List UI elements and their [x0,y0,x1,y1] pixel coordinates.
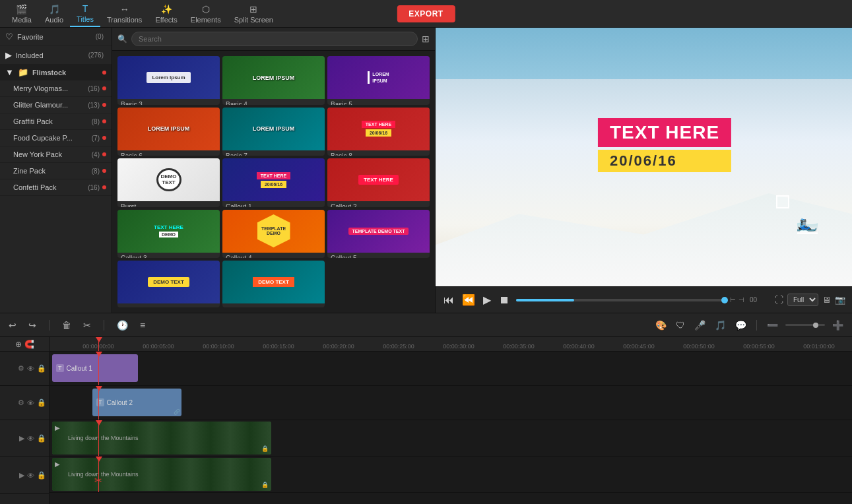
track4-lock-icon[interactable]: 🔒 [37,471,46,480]
zoom-out-button[interactable]: ➖ [765,318,780,332]
time-mark-9: 00:00:45:00 [623,343,655,350]
title-card-callout3[interactable]: TEXT HERE DEMO Callout 3 [117,210,220,259]
zoom-slider[interactable] [785,324,825,326]
track4-play-icon[interactable]: ▶ [19,471,24,480]
stop-button[interactable]: ⏹ [498,293,511,307]
nav-effects[interactable]: ✨ Effects [148,1,183,26]
track3-lock-icon[interactable]: 🔒 [37,434,46,443]
callout1-clip[interactable]: T Callout 1 [52,354,138,382]
skip-back-button[interactable]: ⏮ [442,293,455,307]
title-card-more1[interactable]: DEMO TEXT [117,261,220,307]
nav-split-screen[interactable]: ⊞ Split Screen [228,1,280,26]
nav-transitions[interactable]: ↔ Transitions [100,1,148,26]
search-input[interactable] [131,32,418,46]
sidebar-item-favorite[interactable]: ♡ Favorite (0) [0,28,112,46]
adjust-button[interactable]: ≡ [138,318,147,332]
step-back-button[interactable]: ⏪ [461,292,476,307]
sidebar-item-new-york-pack[interactable]: New York Pack (4) [0,146,112,163]
subtitle-button[interactable]: 💬 [733,318,748,332]
history-button[interactable]: 🕐 [115,318,130,332]
redo-button[interactable]: ↪ [26,318,38,332]
video-clip-2[interactable]: ▶ Living down the Mountains 🔒 [52,458,271,491]
title-card-callout4[interactable]: TEMPLATEDEMO Callout 4 [222,210,325,259]
clip-text-icon: T [56,364,64,372]
color-grade-button[interactable]: 🎨 [653,318,669,332]
grid-view-button[interactable]: ⊞ [422,34,430,44]
add-track-button[interactable]: ⊕ [15,340,22,349]
playback-slider[interactable] [516,299,725,301]
thumb-basic7: LOREM IPSUM [222,108,325,150]
monitor-button[interactable]: 🖥 [822,295,831,305]
title-card-basic5[interactable]: LOREMIPSUM Basic 5 [327,56,430,105]
callout2-clip[interactable]: T Callout 2 🔗 [92,389,181,416]
sidebar-item-zine-pack[interactable]: Zine Pack (8) [0,163,112,179]
title-card-basic6[interactable]: LOREM IPSUM Basic 6 [117,108,220,156]
mic-button[interactable]: 🎤 [692,318,707,332]
track1-eye-icon[interactable]: 👁 [27,365,34,373]
audio-icon: 🎵 [49,4,60,15]
nav-audio[interactable]: 🎵 Audio [38,1,70,26]
track-label-video2: ▶ 👁 🔒 [0,457,49,494]
thumb-callout4: TEMPLATEDEMO [222,210,325,253]
text-track-content-1: T Callout 1 [49,352,852,385]
thumb-more2: DEMO TEXT [222,261,325,303]
undo-button[interactable]: ↩ [7,318,18,332]
title-card-burst[interactable]: DEMOTEXT Burst [117,158,220,207]
track3-eye-icon[interactable]: 👁 [27,435,34,443]
toolbar-separator-2 [104,320,104,331]
time-mark-5: 00:00:25:00 [383,343,414,350]
title-card-callout2[interactable]: TEXT HERE Callout 2 [327,158,430,207]
title-card-callout5[interactable]: TEMPLATE DEMO TEXT Callout 5 [327,210,430,259]
title-card-more2[interactable]: DEMO TEXT [222,261,325,307]
favorite-icon: ♡ [5,32,13,42]
nav-elements[interactable]: ⬡ Elements [184,1,228,26]
track2-lock-icon[interactable]: 🔒 [37,398,46,407]
new-york-pack-dot [102,152,106,156]
video-clip-1[interactable]: ▶ Living down the Mountains 🔒 [52,422,271,455]
track1-settings-icon[interactable]: ⚙ [18,364,24,373]
title-card-basic8[interactable]: TEXT HERE 20/06/16 Basic 8 [327,108,430,156]
clip-label-2: Callout 2 [107,399,133,406]
sidebar-item-graffiti-pack[interactable]: Graffiti Pack (8) [0,113,112,130]
title-card-basic3[interactable]: Lorem Ipsum Basic 3 [117,56,220,105]
sidebar-item-flimstock[interactable]: ▼ 📁 Flimstock [0,65,112,80]
audio-button[interactable]: 🎵 [713,318,728,332]
time-ruler: 00:00:00:00 00:00:05:00 00:00:10:00 00:0… [49,337,852,352]
sidebar-item-merry-vlogmas[interactable]: Merry Vlogmas... (16) [0,80,112,97]
title-card-basic4[interactable]: LOREM IPSUM Basic 4 [222,56,325,105]
timeline-content: ⊕ 🧲 ⚙ 👁 🔒 ⚙ 👁 🔒 ▶ 👁 🔒 ▶ 👁 [0,337,852,504]
resize-handle[interactable] [776,195,789,208]
thumb-basic8: TEXT HERE 20/06/16 [327,108,430,150]
fullscreen-button[interactable]: ⛶ [775,295,783,305]
quality-select[interactable]: Full 1/2 1/4 [787,294,818,306]
graffiti-pack-dot [102,119,106,123]
track3-play-icon[interactable]: ▶ [19,434,24,443]
text-track-content-2: T Callout 2 🔗 [49,386,852,420]
track4-eye-icon[interactable]: 👁 [27,472,34,480]
export-button[interactable]: EXPORT [397,5,455,22]
play-button[interactable]: ▶ [482,292,492,307]
nav-titles[interactable]: T Titles [70,1,100,27]
nav-media[interactable]: 🎬 Media [5,1,38,26]
sidebar-item-confetti-pack[interactable]: Confetti Pack (16) [0,179,112,196]
video-lock-icon-1: 🔒 [261,445,269,452]
top-nav: 🎬 Media 🎵 Audio T Titles ↔ Transitions ✨… [0,0,852,28]
sidebar-item-food-cupcake[interactable]: Food Cupcake P... (7) [0,130,112,146]
preview-icons: ⛶ Full 1/2 1/4 🖥 📷 [775,294,845,306]
title-card-callout1[interactable]: TEXT HERE 20/06/16 Callout 1 [222,158,325,207]
track2-eye-icon[interactable]: 👁 [27,399,34,407]
sidebar-item-glitter-glamour[interactable]: Glitter Glamour... (13) [0,97,112,113]
thumb-more1: DEMO TEXT [117,261,220,303]
delete-button[interactable]: 🗑 [60,318,73,332]
time-display: 00 [750,296,770,303]
zoom-in-button[interactable]: ➕ [830,318,845,332]
cut-button[interactable]: ✂ [81,318,93,332]
track2-settings-icon[interactable]: ⚙ [18,398,24,407]
title-card-basic7[interactable]: LOREM IPSUM Basic 7 [222,108,325,156]
sidebar-item-included[interactable]: ▶ Included (276) [0,46,112,65]
stabilize-button[interactable]: 🛡 [674,318,687,332]
track1-lock-icon[interactable]: 🔒 [37,364,46,373]
preview-title-main: TEXT HERE [598,118,731,147]
magnet-button[interactable]: 🧲 [24,340,34,349]
snapshot-button[interactable]: 📷 [835,295,845,305]
